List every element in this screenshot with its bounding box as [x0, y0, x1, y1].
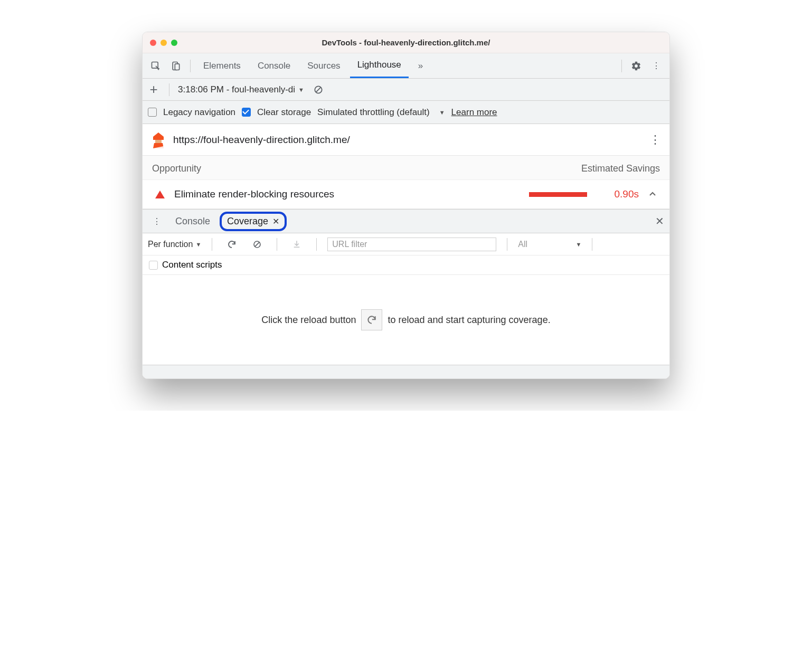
- separator: [277, 238, 277, 251]
- coverage-toolbar: Per function ▼ URL filter All ▼: [143, 233, 669, 255]
- granularity-select[interactable]: Per function ▼: [148, 240, 201, 249]
- gear-icon[interactable]: [627, 57, 645, 75]
- drawer-tab-coverage-highlight: Coverage ✕: [220, 212, 287, 231]
- svg-rect-6: [155, 140, 162, 143]
- url-filter-input[interactable]: URL filter: [327, 238, 496, 251]
- drawer-tabstrip: ⋮ Console Coverage ✕ ✕: [143, 209, 669, 233]
- tab-elements[interactable]: Elements: [196, 53, 248, 78]
- caret-down-icon: ▼: [195, 241, 201, 248]
- close-drawer-icon[interactable]: ✕: [655, 215, 664, 227]
- footer-bar: [143, 365, 669, 378]
- granularity-label: Per function: [148, 240, 193, 249]
- svg-rect-2: [175, 63, 179, 70]
- close-coverage-tab-icon[interactable]: ✕: [272, 216, 279, 226]
- reload-icon[interactable]: [223, 235, 241, 253]
- content-scripts-checkbox[interactable]: [149, 261, 158, 270]
- separator: [592, 238, 592, 251]
- report-dropdown-label: 3:18:06 PM - foul-heavenly-di: [178, 84, 295, 95]
- svg-line-10: [255, 242, 259, 246]
- savings-column-label: Estimated Savings: [581, 163, 660, 174]
- kebab-menu-icon[interactable]: ⋮: [647, 57, 665, 75]
- titlebar: DevTools - foul-heavenly-direction.glitc…: [143, 32, 669, 53]
- drawer-tab-coverage[interactable]: Coverage: [227, 216, 268, 227]
- tab-lighthouse[interactable]: Lighthouse: [350, 53, 409, 78]
- opportunity-column-label: Opportunity: [152, 163, 201, 174]
- separator: [621, 60, 622, 72]
- url-filter-placeholder: URL filter: [332, 240, 367, 249]
- coverage-hint-before: Click the reload button: [261, 315, 356, 326]
- type-filter-label: All: [518, 240, 527, 249]
- caret-down-icon: ▼: [575, 241, 581, 248]
- tabs-overflow-icon[interactable]: »: [411, 53, 430, 78]
- savings-bar: [529, 192, 587, 197]
- report-dropdown[interactable]: 3:18:06 PM - foul-heavenly-di ▼: [178, 84, 304, 95]
- opportunity-row[interactable]: Eliminate render-blocking resources 0.90…: [143, 180, 669, 209]
- new-report-button[interactable]: +: [147, 81, 160, 98]
- content-scripts-label: Content scripts: [162, 260, 222, 270]
- tab-console[interactable]: Console: [250, 53, 298, 78]
- throttling-dropdown[interactable]: ▼: [439, 109, 445, 116]
- coverage-options-row: Content scripts: [143, 255, 669, 275]
- drawer-menu-icon[interactable]: ⋮: [148, 212, 166, 230]
- lighthouse-icon: [151, 131, 166, 148]
- page-url: https://foul-heavenly-direction.glitch.m…: [173, 134, 350, 146]
- drawer-tab-console[interactable]: Console: [171, 214, 214, 229]
- separator: [507, 238, 507, 251]
- legacy-navigation-label: Legacy navigation: [163, 107, 235, 118]
- separator: [212, 238, 212, 251]
- separator: [169, 83, 169, 96]
- opportunities-header: Opportunity Estimated Savings: [143, 156, 669, 180]
- reload-button[interactable]: [361, 309, 382, 330]
- main-tabstrip: Elements Console Sources Lighthouse » ⋮: [143, 53, 669, 79]
- clear-icon[interactable]: [309, 81, 327, 99]
- coverage-empty-state: Click the reload button to reload and st…: [143, 275, 669, 365]
- throttling-label: Simulated throttling (default): [317, 107, 430, 118]
- opportunity-name: Eliminate render-blocking resources: [174, 188, 520, 200]
- report-menu-icon[interactable]: ⋮: [649, 133, 661, 147]
- device-toggle-icon[interactable]: [167, 57, 185, 75]
- fail-triangle-icon: [155, 191, 165, 198]
- devtools-window: DevTools - foul-heavenly-direction.glitc…: [142, 32, 670, 379]
- clear-storage-checkbox[interactable]: [242, 108, 251, 117]
- clear-storage-label: Clear storage: [257, 107, 311, 118]
- separator: [316, 238, 317, 251]
- svg-marker-5: [153, 132, 164, 140]
- svg-rect-11: [294, 246, 300, 248]
- coverage-hint-after: to reload and start capturing coverage.: [388, 315, 550, 326]
- export-icon: [288, 235, 306, 253]
- learn-more-link[interactable]: Learn more: [451, 107, 497, 118]
- legacy-navigation-checkbox[interactable]: [148, 108, 157, 117]
- page-url-row: https://foul-heavenly-direction.glitch.m…: [143, 124, 669, 156]
- lighthouse-options-row: Legacy navigation Clear storage Simulate…: [143, 101, 669, 124]
- window-title: DevTools - foul-heavenly-direction.glitc…: [143, 38, 669, 47]
- separator: [190, 60, 191, 72]
- lighthouse-toolbar: + 3:18:06 PM - foul-heavenly-di ▼: [143, 79, 669, 101]
- inspect-icon[interactable]: [147, 57, 165, 75]
- stop-icon[interactable]: [248, 235, 266, 253]
- type-filter-select[interactable]: All ▼: [518, 240, 581, 249]
- chevron-up-icon[interactable]: [648, 190, 657, 198]
- savings-value: 0.90s: [597, 188, 639, 200]
- tab-sources[interactable]: Sources: [300, 53, 347, 78]
- svg-line-4: [316, 87, 320, 92]
- caret-down-icon: ▼: [298, 87, 304, 93]
